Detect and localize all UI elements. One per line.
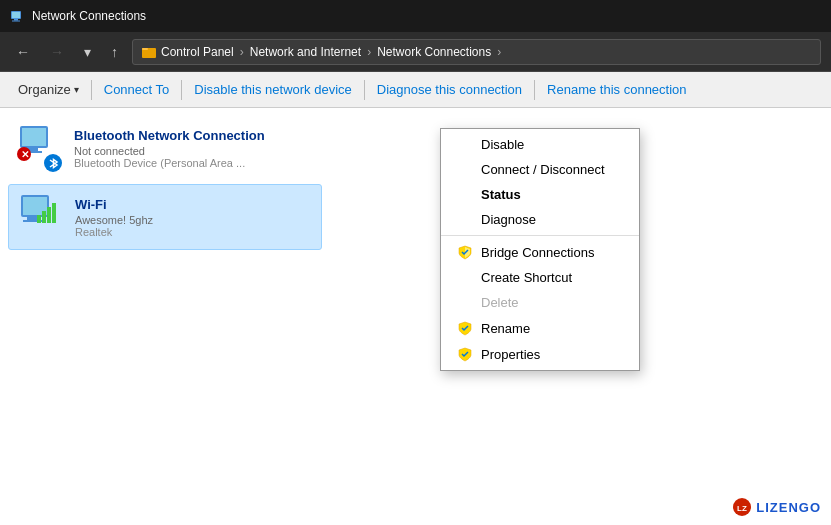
breadcrumb-connections: Network Connections xyxy=(377,45,491,59)
main-content: ✕ Bluetooth Network Connection Not conne… xyxy=(0,108,831,525)
dropdown-button[interactable]: ▾ xyxy=(78,40,97,64)
context-menu: Disable Connect / Disconnect Status Diag… xyxy=(440,128,640,371)
rename-button[interactable]: Rename this connection xyxy=(537,78,696,101)
wifi-icon-wrapper xyxy=(17,193,65,241)
bluetooth-name: Bluetooth Network Connection xyxy=(74,128,265,143)
ctx-status[interactable]: Status xyxy=(441,182,639,207)
bluetooth-type: Bluetooth Device (Personal Area ... xyxy=(74,157,265,169)
computer-icon-wifi xyxy=(17,193,59,231)
svg-text:LZ: LZ xyxy=(737,504,747,513)
ctx-create-shortcut[interactable]: Create Shortcut xyxy=(441,265,639,290)
breadcrumb-control-panel: Control Panel xyxy=(161,45,234,59)
ctx-bridge[interactable]: Bridge Connections xyxy=(441,239,639,265)
address-bar: ← → ▾ ↑ Control Panel › Network and Inte… xyxy=(0,32,831,72)
organize-button[interactable]: Organize ▾ xyxy=(8,78,89,101)
wifi-status: Awesome! 5ghz xyxy=(75,214,153,226)
toolbar-divider-4 xyxy=(534,80,535,100)
branding: LZ LIZENGO xyxy=(732,497,821,517)
ctx-delete: Delete xyxy=(441,290,639,315)
svg-rect-2 xyxy=(14,19,18,21)
svg-rect-19 xyxy=(52,203,56,223)
window-title: Network Connections xyxy=(32,9,146,23)
bluetooth-connection-item[interactable]: ✕ Bluetooth Network Connection Not conne… xyxy=(8,116,322,180)
svg-rect-1 xyxy=(12,12,20,18)
toolbar: Organize ▾ Connect To Disable this netwo… xyxy=(0,72,831,108)
toolbar-divider-2 xyxy=(181,80,182,100)
connect-to-button[interactable]: Connect To xyxy=(94,78,180,101)
shield-icon-bridge xyxy=(457,244,473,260)
svg-text:✕: ✕ xyxy=(21,149,29,160)
wifi-name: Wi-Fi xyxy=(75,197,153,212)
ctx-disable[interactable]: Disable xyxy=(441,132,639,157)
ctx-rename[interactable]: Rename xyxy=(441,315,639,341)
shield-icon-properties xyxy=(457,346,473,362)
ctx-connect-disconnect[interactable]: Connect / Disconnect xyxy=(441,157,639,182)
svg-rect-16 xyxy=(37,215,41,223)
bluetooth-connection-info: Bluetooth Network Connection Not connect… xyxy=(74,128,265,169)
shield-icon-rename xyxy=(457,320,473,336)
folder-icon xyxy=(141,44,157,60)
forward-button[interactable]: → xyxy=(44,40,70,64)
svg-rect-7 xyxy=(22,128,46,146)
ctx-diagnose[interactable]: Diagnose xyxy=(441,207,639,232)
ctx-properties[interactable]: Properties xyxy=(441,341,639,367)
window-icon xyxy=(10,8,26,24)
up-button[interactable]: ↑ xyxy=(105,40,124,64)
diagnose-button[interactable]: Diagnose this connection xyxy=(367,78,532,101)
svg-rect-18 xyxy=(47,207,51,223)
bluetooth-icon-wrapper: ✕ xyxy=(16,124,64,172)
bluetooth-status: Not connected xyxy=(74,145,265,157)
branding-label: LIZENGO xyxy=(756,500,821,515)
svg-rect-17 xyxy=(42,211,46,223)
lizengo-icon: LZ xyxy=(732,497,752,517)
breadcrumb-network: Network and Internet xyxy=(250,45,361,59)
bluetooth-badge xyxy=(44,154,62,172)
connections-list: ✕ Bluetooth Network Connection Not conne… xyxy=(0,108,330,525)
wifi-connection-info: Wi-Fi Awesome! 5ghz Realtek xyxy=(75,197,153,238)
ctx-separator-1 xyxy=(441,235,639,236)
wifi-connection-item[interactable]: Wi-Fi Awesome! 5ghz Realtek xyxy=(8,184,322,250)
toolbar-divider-1 xyxy=(91,80,92,100)
svg-rect-5 xyxy=(142,48,148,50)
wifi-type: Realtek xyxy=(75,226,153,238)
back-button[interactable]: ← xyxy=(10,40,36,64)
toolbar-divider-3 xyxy=(364,80,365,100)
title-bar: Network Connections xyxy=(0,0,831,32)
disable-button[interactable]: Disable this network device xyxy=(184,78,362,101)
address-field[interactable]: Control Panel › Network and Internet › N… xyxy=(132,39,821,65)
svg-rect-3 xyxy=(12,21,20,22)
